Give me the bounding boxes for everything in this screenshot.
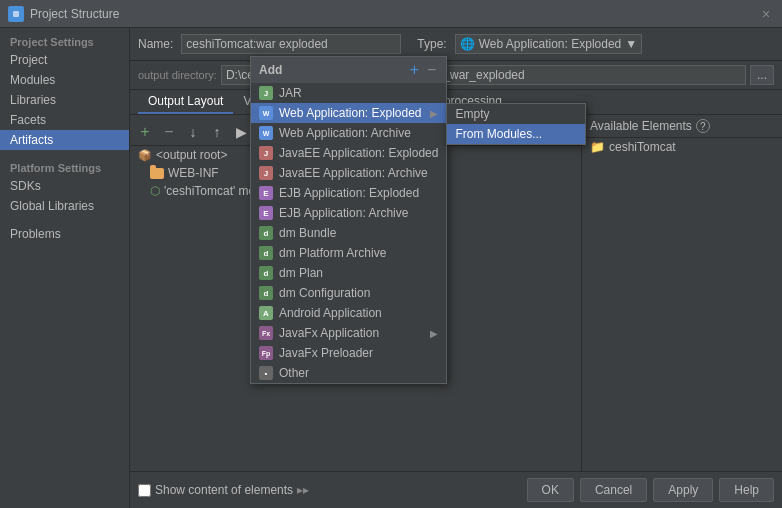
output-dir-browse-button[interactable]: ... [750, 65, 774, 85]
menu-item-web-app-exploded[interactable]: W Web Application: Exploded ▶ Empty From… [251, 103, 446, 123]
type-dropdown-icon: ▼ [625, 37, 637, 51]
output-dir-label: output directory: [138, 69, 217, 81]
menu-item-dm-plan[interactable]: d dm Plan [251, 263, 446, 283]
artifact-down-button[interactable]: ↓ [182, 121, 204, 143]
type-value: Web Application: Exploded [479, 37, 622, 51]
add-menu-minus-button[interactable]: − [425, 61, 438, 79]
menu-item-javaee-exploded[interactable]: J JavaEE Application: Exploded [251, 143, 446, 163]
menu-item-javaee-archive[interactable]: J JavaEE Application: Archive [251, 163, 446, 183]
ceshitomcat-icon: 📁 [590, 140, 605, 154]
menu-item-other[interactable]: • Other [251, 363, 446, 383]
sidebar-item-modules[interactable]: Modules [0, 70, 129, 90]
cancel-button[interactable]: Cancel [580, 478, 647, 502]
avail-item-ceshitomcat[interactable]: 📁 ceshiTomcat [582, 138, 782, 156]
add-menu-header: Add + − [251, 57, 446, 83]
show-content-info-icon: ▸▸ [297, 483, 309, 497]
dm-platform-icon: d [259, 246, 273, 260]
menu-item-web-app-archive[interactable]: W Web Application: Archive [251, 123, 446, 143]
sidebar-item-problems[interactable]: Problems [0, 224, 129, 244]
close-button[interactable]: × [758, 6, 774, 22]
add-menu[interactable]: Add + − J JAR W Web Applicat [250, 56, 447, 384]
webinf-icon [150, 168, 164, 179]
menu-item-android[interactable]: A Android Application [251, 303, 446, 323]
dm-bundle-icon: d [259, 226, 273, 240]
content-area: Name: Type: 🌐 Web Application: Exploded … [130, 28, 782, 508]
apply-button[interactable]: Apply [653, 478, 713, 502]
jar-label: JAR [279, 86, 302, 100]
available-help-icon[interactable]: ? [696, 119, 710, 133]
menu-item-dm-platform[interactable]: d dm Platform Archive [251, 243, 446, 263]
ceshitomcat-label: ceshiTomcat [609, 140, 676, 154]
artifact-add-button[interactable]: + [134, 121, 156, 143]
sidebar-item-facets[interactable]: Facets [0, 110, 129, 130]
title-bar-text: Project Structure [30, 7, 119, 21]
platform-settings-section: Platform Settings [0, 158, 129, 176]
javafx-icon: Fx [259, 326, 273, 340]
available-header-label: Available Elements [590, 119, 692, 133]
top-bar: Name: Type: 🌐 Web Application: Exploded … [130, 28, 782, 61]
jar-icon: J [259, 86, 273, 100]
facet-icon: ⬡ [150, 184, 160, 198]
javaee-exploded-icon: J [259, 146, 273, 160]
ejb-archive-icon: E [259, 206, 273, 220]
sidebar-item-global-libraries[interactable]: Global Libraries [0, 196, 129, 216]
type-icon: 🌐 [460, 37, 475, 51]
bottom-bar: Show content of elements ▸▸ OK Cancel Ap… [130, 471, 782, 508]
artifact-up-button[interactable]: ↑ [206, 121, 228, 143]
web-exploded-icon: W [259, 106, 273, 120]
svg-rect-1 [13, 11, 19, 17]
show-content-checkbox-row: Show content of elements ▸▸ [138, 483, 309, 497]
artifact-remove-button[interactable]: − [158, 121, 180, 143]
submenu-item-empty[interactable]: Empty [447, 104, 585, 124]
other-icon: • [259, 366, 273, 380]
add-menu-title: Add [259, 63, 282, 77]
tab-output-layout[interactable]: Output Layout [138, 90, 233, 114]
web-app-archive-label: Web Application: Archive [279, 126, 411, 140]
help-button[interactable]: Help [719, 478, 774, 502]
app-icon [8, 6, 24, 22]
sidebar-item-libraries[interactable]: Libraries [0, 90, 129, 110]
dm-config-icon: d [259, 286, 273, 300]
submenu-item-from-modules[interactable]: From Modules... [447, 124, 585, 144]
dm-config-label: dm Configuration [279, 286, 370, 300]
output-dir-row: output directory: ... [130, 61, 782, 90]
javafx-submenu-arrow: ▶ [430, 328, 438, 339]
add-menu-plus-button[interactable]: + [408, 61, 421, 79]
web-app-exploded-label: Web Application: Exploded [279, 106, 422, 120]
show-content-checkbox[interactable] [138, 484, 151, 497]
ok-button[interactable]: OK [527, 478, 574, 502]
artifact-expand-button[interactable]: ▶ [230, 121, 252, 143]
javafx-preloader-label: JavaFx Preloader [279, 346, 373, 360]
javaee-archive-icon: J [259, 166, 273, 180]
available-header: Available Elements ? [582, 115, 782, 138]
dm-bundle-label: dm Bundle [279, 226, 336, 240]
title-bar: Project Structure × [0, 0, 782, 28]
webinf-label: WEB-INF [168, 166, 219, 180]
sidebar-item-project[interactable]: Project [0, 50, 129, 70]
dm-plan-label: dm Plan [279, 266, 323, 280]
sidebar: Project Settings Project Modules Librari… [0, 28, 130, 508]
menu-item-dm-config[interactable]: d dm Configuration [251, 283, 446, 303]
javafx-preloader-icon: Fp [259, 346, 273, 360]
menu-item-ejb-archive[interactable]: E EJB Application: Archive [251, 203, 446, 223]
menu-item-javafx[interactable]: Fx JavaFx Application ▶ [251, 323, 446, 343]
menu-item-dm-bundle[interactable]: d dm Bundle [251, 223, 446, 243]
name-input[interactable] [181, 34, 401, 54]
sidebar-item-sdks[interactable]: SDKs [0, 176, 129, 196]
menu-item-ejb-exploded[interactable]: E EJB Application: Exploded [251, 183, 446, 203]
javafx-label: JavaFx Application [279, 326, 379, 340]
android-label: Android Application [279, 306, 382, 320]
sidebar-item-artifacts[interactable]: Artifacts [0, 130, 129, 150]
menu-item-jar[interactable]: J JAR [251, 83, 446, 103]
ejb-archive-label: EJB Application: Archive [279, 206, 408, 220]
javaee-archive-label: JavaEE Application: Archive [279, 166, 428, 180]
javaee-exploded-label: JavaEE Application: Exploded [279, 146, 438, 160]
submenu[interactable]: Empty From Modules... [446, 103, 586, 145]
web-archive-icon: W [259, 126, 273, 140]
menu-item-javafx-preloader[interactable]: Fp JavaFx Preloader [251, 343, 446, 363]
dm-platform-label: dm Platform Archive [279, 246, 386, 260]
type-select[interactable]: 🌐 Web Application: Exploded ▼ [455, 34, 642, 54]
panel-body: + − ↓ ↑ ▶ ▼ 📦 <output root> WEB-INF [130, 115, 782, 471]
empty-label: Empty [455, 107, 489, 121]
name-label: Name: [138, 37, 173, 51]
